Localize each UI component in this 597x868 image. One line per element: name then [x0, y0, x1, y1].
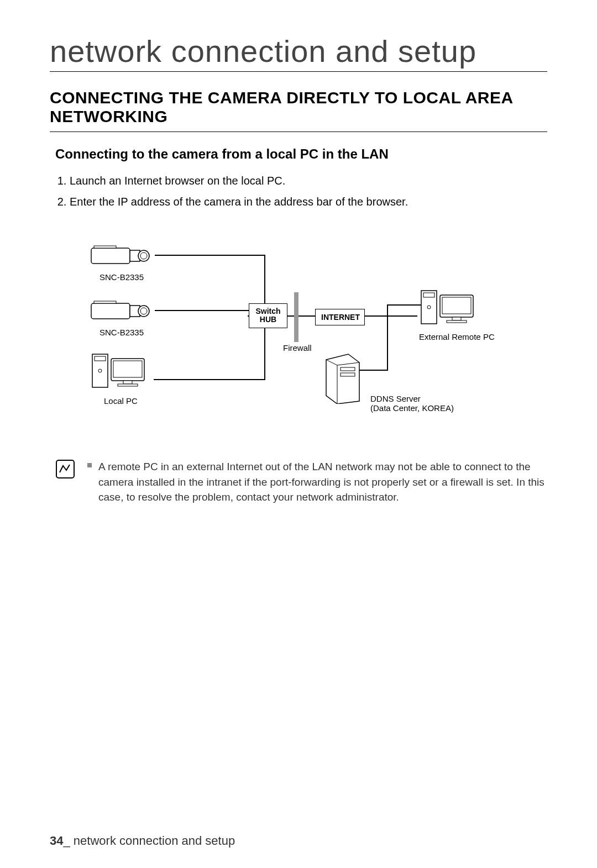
svg-rect-16: [118, 384, 138, 386]
svg-rect-0: [91, 248, 130, 264]
page-footer: 34_ network connection and setup: [50, 834, 235, 848]
svg-marker-24: [326, 354, 359, 404]
svg-rect-21: [442, 297, 471, 314]
network-diagram: SNC-B2335 SNC-B2335 Local PC Switch HUB …: [88, 233, 509, 443]
camera-icon: [88, 293, 155, 327]
desktop-pc-icon: [420, 285, 481, 329]
note-block: A remote PC in an external Internet out …: [55, 459, 547, 505]
page-number: 34: [50, 834, 63, 848]
camera-icon: [88, 238, 155, 271]
note-text: A remote PC in an external Internet out …: [87, 459, 547, 505]
svg-rect-22: [452, 317, 461, 320]
manual-page: network connection and setup CONNECTING …: [0, 0, 597, 868]
step-text: Launch an Internet browser on the local …: [70, 175, 285, 187]
ddns-label-2: (Data Center, KOREA): [370, 403, 454, 413]
firewall-bar-icon: [294, 292, 298, 342]
ddns-label: DDNS Server (Data Center, KOREA): [370, 394, 454, 413]
note-icon: [55, 459, 77, 481]
svg-point-7: [138, 306, 149, 317]
step-item: Enter the IP address of the camera in th…: [70, 193, 547, 211]
sub-heading: Connecting to the camera from a local PC…: [55, 146, 547, 162]
desktop-pc-icon: [91, 349, 152, 393]
svg-point-2: [138, 250, 149, 261]
svg-rect-23: [447, 320, 467, 323]
camera1-label: SNC-B2335: [100, 272, 144, 282]
step-list: Launch an Internet browser on the local …: [55, 172, 547, 211]
step-text: Enter the IP address of the camera in th…: [70, 196, 408, 208]
internet-label: INTERNET: [321, 313, 360, 322]
server-tower-icon: [321, 349, 365, 404]
ddns-label-1: DDNS Server: [370, 394, 421, 403]
step-item: Launch an Internet browser on the local …: [70, 172, 547, 190]
svg-rect-14: [113, 361, 142, 377]
svg-rect-4: [94, 246, 116, 248]
svg-rect-15: [123, 381, 132, 384]
internet-box: INTERNET: [315, 309, 365, 325]
external-pc-label: External Remote PC: [419, 332, 495, 341]
svg-rect-5: [91, 303, 130, 319]
local-pc-label: Local PC: [104, 396, 138, 406]
svg-rect-9: [94, 301, 116, 303]
switch-label-1: Switch: [255, 307, 280, 315]
chapter-title: network connection and setup: [50, 33, 547, 72]
switch-hub-box: Switch HUB: [249, 303, 287, 328]
camera2-label: SNC-B2335: [100, 328, 144, 337]
footer-separator: _: [63, 834, 70, 848]
section-title: CONNECTING THE CAMERA DIRECTLY TO LOCAL …: [50, 88, 547, 132]
switch-label-2: HUB: [260, 315, 276, 324]
footer-section: network connection and setup: [74, 834, 235, 848]
firewall-label: Firewall: [283, 343, 312, 353]
